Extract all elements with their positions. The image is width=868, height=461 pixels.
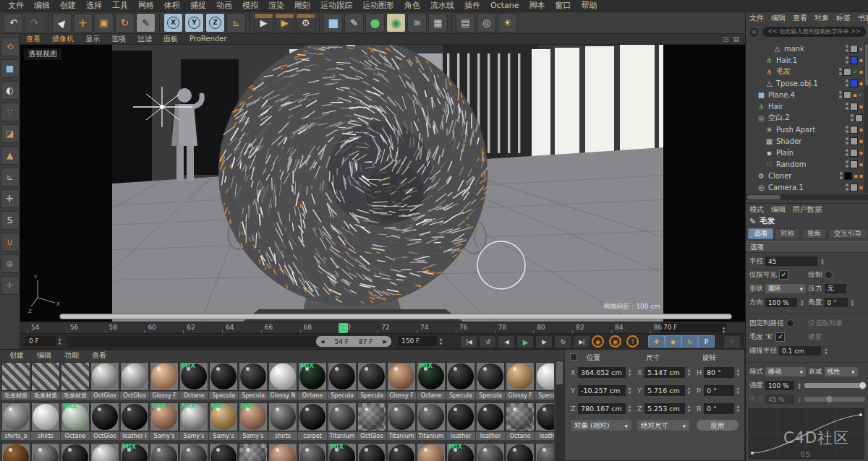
render-visibility-dot[interactable] [839,95,842,98]
material-item-shirts[interactable]: shirts [31,402,61,440]
material-thumbnail[interactable] [417,443,446,461]
visibility-dots[interactable] [846,56,848,64]
am-menu-item-1[interactable]: 编辑 [767,204,789,215]
current-frame-field[interactable]: 70 F [660,323,726,332]
attribute-group-header[interactable]: 选项 [746,241,868,253]
material-item-glossy-n[interactable]: Glossy N [268,362,298,400]
position-mode-dropdown[interactable]: 对象 (相对) [571,420,631,431]
menu-item-19[interactable]: 窗口 [550,0,576,12]
visibility-dots[interactable] [846,149,848,156]
timeline-ruler[interactable]: 70 F 5456586062646668707274767880828486 [20,322,745,334]
magnet-snap-button[interactable]: ∪ [1,233,20,251]
material-item-samy-s[interactable]: MIXSamy's [239,402,268,440]
editor-visibility-dot[interactable] [846,149,848,152]
material-chip[interactable] [850,160,858,168]
texture-mode-button[interactable]: ◐ [1,81,20,100]
material-thumbnail[interactable]: MIX [179,402,208,431]
material-item[interactable]: MIX [328,443,357,461]
render-visibility-dot[interactable] [846,165,848,168]
material-thumbnail[interactable]: MIX [328,443,357,461]
size-stepper[interactable] [686,403,692,413]
material-menu-item-1[interactable]: 编辑 [30,350,58,360]
move-tool[interactable]: + [73,13,93,33]
material-thumbnail[interactable] [387,362,416,391]
om-menu-item-4[interactable]: 标签 [833,12,854,24]
tree-item-null-2[interactable]: ◎空白.2 [746,112,864,124]
visibility-dots[interactable] [846,137,848,145]
position-stepper[interactable] [626,367,633,377]
menu-item-16[interactable]: 插件 [459,0,485,12]
axis-lock-y[interactable]: Y [184,13,204,33]
material-item[interactable]: MIX [120,443,150,461]
menu-item-14[interactable]: 角色 [399,0,425,12]
material-thumbnail[interactable]: MIX [298,362,327,391]
rotation-h-field[interactable]: 80 ° [704,367,734,378]
lights-menu[interactable]: ☀ [498,13,517,33]
material-item-titanium[interactable]: Titanium [417,402,446,440]
menu-item-12[interactable]: 运动跟踪 [315,0,357,12]
tag-icon[interactable]: ▪ [859,46,863,52]
mode-dropdown[interactable]: 移动 [765,367,806,376]
material-item-octane[interactable]: MIXOctane [417,362,446,400]
visibility-dots[interactable] [846,45,848,52]
viewport-menu-item-1[interactable]: 摄像机 [46,34,80,44]
material-thumbnail[interactable] [506,402,535,431]
toggle-scale-recording[interactable]: ◆ [665,336,681,347]
material-item--[interactable]: 毛发材质 [1,362,31,400]
viewport-menu-item-6[interactable]: ProRender [184,34,232,44]
attribute-tab-3[interactable]: 交互引导 [828,228,867,239]
material-thumbnail[interactable] [328,402,357,431]
visibility-dots[interactable] [846,126,848,133]
object-tree-hscrollbar[interactable] [746,194,868,200]
material-thumbnail[interactable]: MIX [446,443,475,461]
material-item-leather[interactable]: leather [476,402,506,440]
material-chip[interactable] [850,103,858,111]
apply-button[interactable]: 应用 [697,420,739,431]
tree-item-push-apart[interactable]: ✳Push Apart▪ [746,124,864,135]
point-mode-button[interactable]: ∵ [1,103,20,121]
angle-field-stepper[interactable] [850,298,856,307]
material-thumbnail[interactable] [328,362,357,391]
material-thumbnail[interactable] [446,402,475,431]
material-item-carpet[interactable]: carpet [298,402,328,440]
menu-item-9[interactable]: 模拟 [237,0,263,12]
render-visibility-dot[interactable] [846,188,848,191]
redo-button[interactable]: ↷ [25,13,44,33]
material-chip[interactable] [843,91,851,99]
size-x-field[interactable]: 5.147 cm [644,367,685,378]
current-frame-stepper[interactable] [720,324,727,335]
material-scrollbar[interactable] [556,360,563,461]
size-stepper[interactable] [686,385,692,395]
editor-visibility-dot[interactable] [846,160,848,163]
start-frame-field[interactable]: 0 F [25,336,56,346]
menu-item-1[interactable]: 编辑 [29,0,55,12]
material-thumbnail[interactable] [150,362,179,391]
material-chip[interactable] [850,56,858,64]
goto-end-button[interactable]: ▶| [573,335,590,348]
generators-menu[interactable]: ● [365,13,385,33]
range-right-arrow-icon[interactable]: ▶ [383,339,387,345]
visible-only-checkbox[interactable]: ✓ [779,270,788,280]
tree-item-hair[interactable]: ⋔Hair▪ [746,100,864,112]
visibility-dots[interactable] [839,68,842,75]
material-item-glossy-f[interactable]: Glossy F [387,362,417,400]
am-menu-item-2[interactable]: 用户数据 [789,204,825,215]
material-menu-item-0[interactable]: 创建 [3,350,30,360]
material-item[interactable] [179,443,209,461]
material-item-samy-s[interactable]: MIXSamy's [150,402,179,440]
tree-item-plain[interactable]: ▪Plain▪ [746,147,864,158]
search-icon[interactable]: ◎ [749,27,760,38]
material-thumbnail[interactable] [61,443,90,461]
size-z-field[interactable]: 5.253 cm [644,403,685,414]
material-thumbnail[interactable] [239,362,268,391]
material-item-glossy-f[interactable]: Glossy F [150,362,179,400]
material-thumbnail[interactable] [387,402,416,431]
visibility-dots[interactable] [846,79,848,87]
material-thumbnail[interactable] [1,443,30,461]
menu-item-20[interactable]: 帮助 [576,0,603,12]
material-thumbnail[interactable] [31,443,60,461]
material-item-octane[interactable]: Octane [506,402,535,440]
strength-slider-stepper[interactable] [796,381,802,390]
menu-item-0[interactable]: 文件 [3,0,29,12]
material-item-octane[interactable]: MIXOctane [298,362,328,400]
